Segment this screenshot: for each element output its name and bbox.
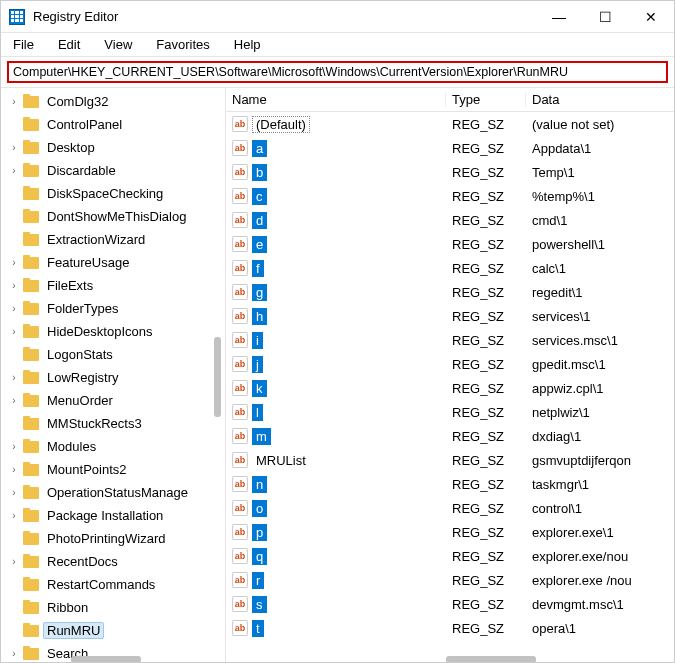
- list-row[interactable]: abhREG_SZservices\1: [226, 304, 674, 328]
- address-input[interactable]: Computer\HKEY_CURRENT_USER\Software\Micr…: [7, 61, 668, 83]
- value-name: a: [252, 140, 267, 157]
- value-type: REG_SZ: [446, 165, 526, 180]
- tree-vscrollbar[interactable]: [214, 337, 221, 417]
- list-row[interactable]: absREG_SZdevmgmt.msc\1: [226, 592, 674, 616]
- list-row[interactable]: abqREG_SZexplorer.exe/nou: [226, 544, 674, 568]
- tree-item[interactable]: ›MenuOrder: [1, 389, 225, 412]
- value-name: d: [252, 212, 267, 229]
- list-row[interactable]: abdREG_SZcmd\1: [226, 208, 674, 232]
- chevron-right-icon[interactable]: ›: [7, 394, 21, 408]
- col-header-name[interactable]: Name: [226, 92, 446, 107]
- tree-item[interactable]: DontShowMeThisDialog: [1, 205, 225, 228]
- list-row[interactable]: abjREG_SZgpedit.msc\1: [226, 352, 674, 376]
- chevron-right-icon[interactable]: ›: [7, 164, 21, 178]
- string-value-icon: ab: [232, 620, 248, 636]
- tree-item[interactable]: MMStuckRects3: [1, 412, 225, 435]
- tree-item[interactable]: ›HideDesktopIcons: [1, 320, 225, 343]
- menu-file[interactable]: File: [9, 35, 38, 54]
- value-type: REG_SZ: [446, 261, 526, 276]
- col-header-data[interactable]: Data: [526, 92, 674, 107]
- list-row[interactable]: abfREG_SZcalc\1: [226, 256, 674, 280]
- tree-item[interactable]: ›Modules: [1, 435, 225, 458]
- close-button[interactable]: ✕: [628, 1, 674, 32]
- address-bar: Computer\HKEY_CURRENT_USER\Software\Micr…: [1, 57, 674, 88]
- tree-item[interactable]: ›RecentDocs: [1, 550, 225, 573]
- list-row[interactable]: abtREG_SZopera\1: [226, 616, 674, 640]
- list-row[interactable]: abnREG_SZtaskmgr\1: [226, 472, 674, 496]
- list-row[interactable]: aboREG_SZcontrol\1: [226, 496, 674, 520]
- list-row[interactable]: abcREG_SZ%temp%\1: [226, 184, 674, 208]
- tree-item[interactable]: ›FeatureUsage: [1, 251, 225, 274]
- chevron-right-icon[interactable]: ›: [7, 141, 21, 155]
- folder-icon: [23, 416, 39, 432]
- chevron-right-icon[interactable]: ›: [7, 325, 21, 339]
- string-value-icon: ab: [232, 188, 248, 204]
- value-type: REG_SZ: [446, 285, 526, 300]
- menu-edit[interactable]: Edit: [54, 35, 84, 54]
- list-row[interactable]: abaREG_SZAppdata\1: [226, 136, 674, 160]
- chevron-right-icon[interactable]: ›: [7, 95, 21, 109]
- value-data: gsmvuptdijferqon: [526, 453, 674, 468]
- list-row[interactable]: abmREG_SZdxdiag\1: [226, 424, 674, 448]
- tree-item[interactable]: ›Discardable: [1, 159, 225, 182]
- value-data: devmgmt.msc\1: [526, 597, 674, 612]
- value-data: opera\1: [526, 621, 674, 636]
- maximize-button[interactable]: ☐: [582, 1, 628, 32]
- tree-hscrollbar[interactable]: [71, 656, 141, 663]
- tree-item-label: DontShowMeThisDialog: [43, 208, 190, 225]
- tree-item[interactable]: ›FileExts: [1, 274, 225, 297]
- tree-item[interactable]: PhotoPrintingWizard: [1, 527, 225, 550]
- list-row[interactable]: ab(Default)REG_SZ(value not set): [226, 112, 674, 136]
- list-row[interactable]: abpREG_SZexplorer.exe\1: [226, 520, 674, 544]
- chevron-right-icon[interactable]: ›: [7, 256, 21, 270]
- list-row[interactable]: abbREG_SZTemp\1: [226, 160, 674, 184]
- tree-item[interactable]: RestartCommands: [1, 573, 225, 596]
- list-row[interactable]: ablREG_SZnetplwiz\1: [226, 400, 674, 424]
- tree-item[interactable]: ›ComDlg32: [1, 90, 225, 113]
- tree-item[interactable]: RunMRU: [1, 619, 225, 642]
- tree-item[interactable]: ›Desktop: [1, 136, 225, 159]
- tree-item-label: FolderTypes: [43, 300, 123, 317]
- tree-item[interactable]: Ribbon: [1, 596, 225, 619]
- tree-item[interactable]: ControlPanel: [1, 113, 225, 136]
- tree-item[interactable]: LogonStats: [1, 343, 225, 366]
- list-row[interactable]: abkREG_SZappwiz.cpl\1: [226, 376, 674, 400]
- menu-favorites[interactable]: Favorites: [152, 35, 213, 54]
- chevron-right-icon[interactable]: ›: [7, 647, 21, 661]
- tree-item[interactable]: DiskSpaceChecking: [1, 182, 225, 205]
- value-type: REG_SZ: [446, 333, 526, 348]
- chevron-right-icon[interactable]: ›: [7, 279, 21, 293]
- list-row[interactable]: abgREG_SZregedit\1: [226, 280, 674, 304]
- menu-help[interactable]: Help: [230, 35, 265, 54]
- chevron-right-icon[interactable]: ›: [7, 555, 21, 569]
- list-row[interactable]: abeREG_SZpowershell\1: [226, 232, 674, 256]
- list-row[interactable]: abrREG_SZexplorer.exe /nou: [226, 568, 674, 592]
- menu-view[interactable]: View: [100, 35, 136, 54]
- value-name: f: [252, 260, 264, 277]
- value-type: REG_SZ: [446, 309, 526, 324]
- list-hscrollbar[interactable]: [446, 656, 536, 663]
- value-data: (value not set): [526, 117, 674, 132]
- chevron-right-icon[interactable]: ›: [7, 302, 21, 316]
- folder-icon: [23, 554, 39, 570]
- tree-item-label: Modules: [43, 438, 100, 455]
- string-value-icon: ab: [232, 308, 248, 324]
- tree-item[interactable]: ›MountPoints2: [1, 458, 225, 481]
- tree-item-label: MMStuckRects3: [43, 415, 146, 432]
- chevron-right-icon[interactable]: ›: [7, 509, 21, 523]
- string-value-icon: ab: [232, 260, 248, 276]
- tree-item[interactable]: ›LowRegistry: [1, 366, 225, 389]
- tree-item[interactable]: ›Package Installation: [1, 504, 225, 527]
- tree-item[interactable]: ›OperationStatusManage: [1, 481, 225, 504]
- minimize-button[interactable]: —: [536, 1, 582, 32]
- chevron-right-icon[interactable]: ›: [7, 463, 21, 477]
- list-row[interactable]: abiREG_SZservices.msc\1: [226, 328, 674, 352]
- col-header-type[interactable]: Type: [446, 92, 526, 107]
- list-row[interactable]: abMRUListREG_SZgsmvuptdijferqon: [226, 448, 674, 472]
- value-type: REG_SZ: [446, 405, 526, 420]
- chevron-right-icon[interactable]: ›: [7, 371, 21, 385]
- chevron-right-icon[interactable]: ›: [7, 440, 21, 454]
- chevron-right-icon[interactable]: ›: [7, 486, 21, 500]
- tree-item[interactable]: ExtractionWizard: [1, 228, 225, 251]
- tree-item[interactable]: ›FolderTypes: [1, 297, 225, 320]
